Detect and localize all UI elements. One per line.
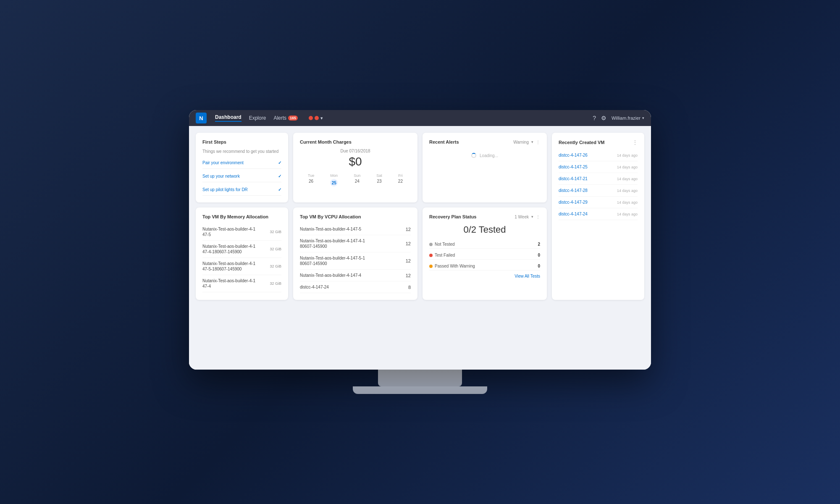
- recovery-title: Recovery Plan Status: [429, 214, 477, 219]
- step-item-network[interactable]: Set up your network ✓: [202, 174, 281, 182]
- user-dropdown-icon: ▾: [642, 116, 644, 120]
- alert-dot-red-2: [315, 116, 319, 120]
- step-item-pair[interactable]: Pair your environment ✓: [202, 160, 281, 169]
- steps-list: Pair your environment ✓ Set up your netw…: [202, 160, 281, 196]
- top-nav: N Dashboard Explore Alerts 165 ▾ ? ⚙ Wil: [189, 110, 651, 126]
- recovery-more-icon[interactable]: ⋮: [536, 215, 540, 219]
- vcpu-card: Top VM By VCPU Allocation Nutanix-Test-a…: [293, 207, 417, 300]
- vm-name-3[interactable]: distcc-4-147-28: [559, 188, 588, 193]
- vm-time-5: 14 days ago: [617, 212, 638, 216]
- recovery-filter-arrow[interactable]: ▾: [531, 215, 533, 219]
- vm-list: distcc-4-147-26 14 days ago distcc-4-147…: [559, 150, 638, 220]
- recently-vm-header: Recently Created VM ⋮: [559, 139, 638, 145]
- alerts-card: Recent Alerts Warning ▾ ⋮ Loading...: [423, 133, 547, 202]
- vcpu-vm-name-0: Nutanix-Test-aos-builder-4-147-5: [300, 226, 361, 232]
- stat-dot-not-tested: [429, 243, 433, 246]
- nav-dashboard[interactable]: Dashboard: [215, 114, 242, 122]
- vm-name-2[interactable]: distcc-4-147-21: [559, 176, 588, 181]
- monitor-base: [353, 386, 487, 394]
- monitor-wrapper: N Dashboard Explore Alerts 165 ▾ ? ⚙ Wil: [189, 110, 651, 394]
- vcpu-vm-num-3: 12: [406, 273, 411, 278]
- memory-vm-size-3: 32 GiB: [270, 281, 281, 286]
- vcpu-vm-num-1: 12: [406, 241, 411, 246]
- alert-dot-red-1: [309, 116, 313, 120]
- vm-name-4[interactable]: distcc-4-147-29: [559, 200, 588, 205]
- stat-dot-passed-warning: [429, 265, 433, 268]
- vm-item-5: distcc-4-147-24 14 days ago: [559, 208, 638, 220]
- recovery-stat-test-failed: Test Failed 0: [429, 251, 540, 260]
- alert-dropdown-arrow[interactable]: ▾: [320, 116, 323, 121]
- recovery-stat-not-tested: Not Tested 2: [429, 240, 540, 249]
- vm-time-0: 14 days ago: [617, 153, 638, 158]
- recovery-stat-passed-warning: Passed With Warning 0: [429, 262, 540, 270]
- memory-vm-name-1: Nutanix-Test-aos-builder-4-147-4-180607-…: [202, 244, 255, 255]
- nav-alerts[interactable]: Alerts 165: [273, 115, 298, 121]
- vcpu-vm-name-3: Nutanix-Test-aos-builder-4-147-4: [300, 273, 361, 278]
- vm-time-1: 14 days ago: [617, 165, 638, 169]
- cal-day-24: Sun 24: [354, 173, 360, 186]
- stat-label-passed-warning: Passed With Warning: [429, 264, 475, 268]
- memory-vm-name-3: Nutanix-Test-aos-builder-4-147-4: [202, 278, 255, 289]
- alerts-more-icon[interactable]: ⋮: [536, 140, 540, 144]
- vcpu-vm-num-4: 8: [408, 285, 411, 290]
- monitor-stand: [378, 370, 462, 386]
- recently-vm-title: Recently Created VM: [559, 140, 604, 145]
- vm-name-5[interactable]: distcc-4-147-24: [559, 212, 588, 216]
- stat-value-passed-warning: 0: [538, 264, 540, 268]
- step-label-dr: Set up pilot lights for DR: [202, 187, 248, 192]
- vcpu-vm-item-0: Nutanix-Test-aos-builder-4-147-5 12: [300, 223, 411, 235]
- vcpu-vm-name-2: Nutanix-Test-aos-builder-4-147-5-180607-…: [300, 255, 365, 266]
- step-item-dr[interactable]: Set up pilot lights for DR ✓: [202, 187, 281, 196]
- nav-icons: ? ⚙ William.frazier ▾: [593, 115, 644, 121]
- recovery-filter[interactable]: 1 Week: [514, 215, 529, 219]
- vm-name-1[interactable]: distcc-4-147-25: [559, 165, 588, 169]
- memory-vm-name-0: Nutanix-Test-aos-builder-4-147-5: [202, 226, 255, 237]
- nav-explore[interactable]: Explore: [249, 115, 266, 121]
- vcpu-vm-item-4: distcc-4-147-24 8: [300, 281, 411, 293]
- help-icon[interactable]: ?: [593, 115, 596, 121]
- loading-spinner: [471, 153, 476, 158]
- vcpu-card-title: Top VM By VCPU Allocation: [300, 214, 411, 219]
- nav-logo[interactable]: N: [196, 113, 207, 123]
- charges-due-date: Due 07/16/2018: [300, 149, 411, 153]
- memory-vm-name-2: Nutanix-Test-aos-builder-4-147-5-180607-…: [202, 261, 255, 272]
- memory-vm-item-3: Nutanix-Test-aos-builder-4-147-4 32 GiB: [202, 275, 281, 292]
- vm-name-0[interactable]: distcc-4-147-26: [559, 153, 588, 158]
- charges-card: Current Month Charges Due 07/16/2018 $0 …: [293, 133, 417, 202]
- memory-vm-item-2: Nutanix-Test-aos-builder-4-147-5-180607-…: [202, 258, 281, 275]
- cal-day-26: Tue 26: [308, 173, 314, 186]
- memory-card-title: Top VM By Memory Allocation: [202, 214, 281, 219]
- stat-value-not-tested: 2: [538, 242, 540, 247]
- vm-time-4: 14 days ago: [617, 200, 638, 205]
- stat-dot-test-failed: [429, 254, 433, 257]
- vm-item-1: distcc-4-147-25 14 days ago: [559, 161, 638, 173]
- view-all-tests[interactable]: View All Tests: [429, 274, 540, 278]
- vm-time-3: 14 days ago: [617, 189, 638, 193]
- vcpu-vm-item-1: Nutanix-Test-aos-builder-4-147-4-180607-…: [300, 235, 411, 252]
- memory-vm-item-1: Nutanix-Test-aos-builder-4-147-4-180607-…: [202, 241, 281, 258]
- alerts-card-header: Recent Alerts Warning ▾ ⋮: [429, 139, 540, 144]
- first-steps-subtitle: Things we recommend to get you started: [202, 149, 281, 155]
- cal-day-23: Sat 23: [376, 173, 382, 186]
- recovery-tested-label: 0/2 Tested: [429, 224, 540, 235]
- charges-title: Current Month Charges: [300, 139, 411, 144]
- nav-user[interactable]: William.frazier ▾: [612, 116, 644, 121]
- step-label-pair: Pair your environment: [202, 160, 244, 165]
- memory-card: Top VM By Memory Allocation Nutanix-Test…: [196, 207, 288, 300]
- alerts-loading: Loading...: [429, 153, 540, 158]
- monitor-screen: N Dashboard Explore Alerts 165 ▾ ? ⚙ Wil: [189, 110, 651, 370]
- calendar-strip: Tue 26 Mon 25 Sun 24 Sat: [300, 173, 411, 186]
- first-steps-title: First Steps: [202, 139, 281, 144]
- recently-vm-more[interactable]: ⋮: [633, 139, 638, 145]
- vcpu-vm-name-4: distcc-4-147-24: [300, 284, 329, 290]
- vm-time-2: 14 days ago: [617, 177, 638, 181]
- vm-item-2: distcc-4-147-21 14 days ago: [559, 173, 638, 185]
- memory-vm-size-0: 32 GiB: [270, 230, 281, 234]
- alerts-filter-arrow[interactable]: ▾: [531, 140, 533, 144]
- memory-vm-size-1: 32 GiB: [270, 247, 281, 251]
- alerts-filter[interactable]: Warning: [513, 140, 529, 144]
- memory-vm-item-0: Nutanix-Test-aos-builder-4-147-5 32 GiB: [202, 223, 281, 241]
- vcpu-vm-item-2: Nutanix-Test-aos-builder-4-147-5-180607-…: [300, 252, 411, 270]
- gear-icon[interactable]: ⚙: [601, 115, 606, 121]
- recovery-stats: Not Tested 2 Test Failed 0: [429, 240, 540, 270]
